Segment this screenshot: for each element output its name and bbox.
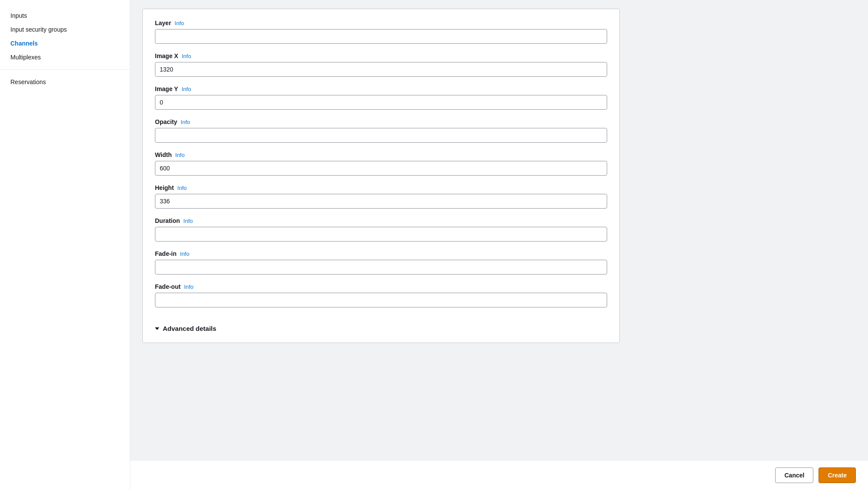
advanced-details-section: Advanced details xyxy=(155,318,607,332)
layer-info-link[interactable]: Info xyxy=(174,20,184,26)
sidebar-item-multiplexes[interactable]: Multiplexes xyxy=(0,50,130,64)
image-x-input[interactable] xyxy=(155,62,607,77)
fade-in-info-link[interactable]: Info xyxy=(180,251,190,257)
height-info-link[interactable]: Info xyxy=(178,185,187,191)
image-y-field: Image Y Info xyxy=(155,85,607,110)
image-y-input[interactable] xyxy=(155,95,607,110)
fade-out-field: Fade-out Info xyxy=(155,283,607,307)
cancel-button[interactable]: Cancel xyxy=(775,467,813,483)
fade-out-info-link[interactable]: Info xyxy=(184,284,194,290)
layer-field: Layer Info xyxy=(155,20,607,44)
opacity-info-link[interactable]: Info xyxy=(181,119,190,125)
chevron-right-icon xyxy=(155,327,159,330)
opacity-input[interactable] xyxy=(155,128,607,143)
fade-in-label: Fade-in Info xyxy=(155,250,607,257)
create-button[interactable]: Create xyxy=(819,467,856,483)
page-wrapper: Inputs Input security groups Channels Mu… xyxy=(0,0,868,490)
width-label: Width Info xyxy=(155,151,607,158)
image-y-label: Image Y Info xyxy=(155,85,607,92)
duration-label: Duration Info xyxy=(155,217,607,224)
sidebar-divider xyxy=(0,69,130,70)
fade-out-label: Fade-out Info xyxy=(155,283,607,290)
fade-in-field: Fade-in Info xyxy=(155,250,607,274)
height-field: Height Info xyxy=(155,184,607,209)
opacity-field: Opacity Info xyxy=(155,118,607,143)
main-content: Layer Info Image X Info Image Y Info xyxy=(130,0,868,490)
duration-info-link[interactable]: Info xyxy=(184,218,193,224)
sidebar-item-input-security-groups[interactable]: Input security groups xyxy=(0,23,130,36)
sidebar-item-channels[interactable]: Channels xyxy=(0,36,130,50)
image-x-info-link[interactable]: Info xyxy=(182,53,191,59)
advanced-details-toggle[interactable]: Advanced details xyxy=(155,325,216,332)
height-input[interactable] xyxy=(155,194,607,209)
fade-out-input[interactable] xyxy=(155,293,607,307)
duration-input[interactable] xyxy=(155,227,607,242)
sidebar: Inputs Input security groups Channels Mu… xyxy=(0,0,130,490)
layer-label: Layer Info xyxy=(155,20,607,26)
image-x-label: Image X Info xyxy=(155,52,607,59)
width-info-link[interactable]: Info xyxy=(175,152,185,158)
sidebar-item-inputs[interactable]: Inputs xyxy=(0,9,130,23)
image-y-info-link[interactable]: Info xyxy=(181,86,191,92)
duration-field: Duration Info xyxy=(155,217,607,242)
fade-in-input[interactable] xyxy=(155,260,607,274)
image-x-field: Image X Info xyxy=(155,52,607,77)
sidebar-item-reservations[interactable]: Reservations xyxy=(0,75,130,89)
opacity-label: Opacity Info xyxy=(155,118,607,125)
form-container: Layer Info Image X Info Image Y Info xyxy=(142,9,620,343)
height-label: Height Info xyxy=(155,184,607,191)
layer-input[interactable] xyxy=(155,29,607,44)
width-input[interactable] xyxy=(155,161,607,176)
footer-bar: Cancel Create xyxy=(130,460,868,490)
width-field: Width Info xyxy=(155,151,607,176)
